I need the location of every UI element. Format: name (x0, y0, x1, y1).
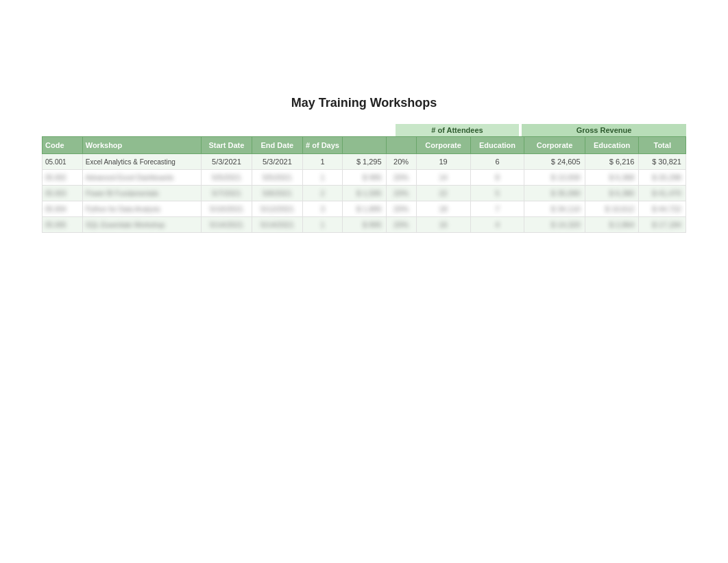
cell-corpRevenue: $ 24,605 (524, 154, 585, 170)
col-header-num-days: # of Days (302, 137, 342, 154)
cell-corporate: 16 (416, 217, 470, 233)
cell-endDate: 5/3/2021 (252, 154, 302, 170)
cell-discount: 20% (386, 201, 416, 217)
cell-startDate: 5/5/2021 (201, 170, 252, 186)
col-header-total: Total (639, 137, 686, 154)
cell-numDays: 1 (302, 217, 342, 233)
cell-endDate: 5/8/2021 (252, 186, 302, 201)
cell-education: 5 (470, 186, 524, 201)
cell-endDate: 5/12/2021 (252, 201, 302, 217)
cell-code: 05.004 (43, 201, 83, 217)
cell-eduRevenue: $ 10,612 (585, 201, 639, 217)
cell-discount: 20% (386, 217, 416, 233)
cell-total: $ 20,298 (639, 170, 686, 186)
cell-price: $ 1,295 (343, 154, 386, 170)
cell-eduRevenue: $ 6,216 (585, 154, 639, 170)
cell-workshop: Excel Analytics & Forecasting (82, 154, 201, 170)
cell-total: $ 44,722 (639, 201, 686, 217)
cell-startDate: 5/7/2021 (201, 186, 252, 201)
cell-eduRevenue: $ 2,864 (585, 217, 639, 233)
col-header-price (343, 137, 386, 154)
cell-numDays: 2 (302, 186, 342, 201)
cell-corpRevenue: $ 34,110 (524, 201, 585, 217)
table-body: 05.001Excel Analytics & Forecasting5/3/2… (43, 154, 686, 233)
col-header-corp-revenue: Corporate (524, 137, 585, 154)
page-container: May Training Workshops # of Attendees Gr… (0, 0, 728, 563)
cell-eduRevenue: $ 6,368 (585, 170, 639, 186)
cell-corpRevenue: $ 35,090 (524, 186, 585, 201)
cell-code: 05.002 (43, 170, 83, 186)
cell-workshop: SQL Essentials Workshop (82, 217, 201, 233)
col-header-code: Code (43, 137, 83, 154)
cell-code: 05.001 (43, 154, 83, 170)
cell-code: 05.003 (43, 186, 83, 201)
cell-numDays: 1 (302, 154, 342, 170)
table-wrapper: # of Attendees Gross Revenue Code Worksh… (42, 124, 686, 233)
report-title: May Training Workshops (14, 96, 714, 110)
table-row: 05.005SQL Essentials Workshop5/14/20215/… (43, 217, 686, 233)
cell-corporate: 14 (416, 170, 470, 186)
col-header-edu-revenue: Education (585, 137, 639, 154)
table-header-row: Code Workshop Start Date End Date # of D… (43, 137, 686, 154)
table-row: 05.004Python for Data Analysis5/10/20215… (43, 201, 686, 217)
table-row: 05.001Excel Analytics & Forecasting5/3/2… (43, 154, 686, 170)
cell-corpRevenue: $ 13,930 (524, 170, 585, 186)
cell-endDate: 5/14/2021 (252, 217, 302, 233)
cell-startDate: 5/14/2021 (201, 217, 252, 233)
cell-price: $ 1,595 (343, 186, 386, 201)
cell-total: $ 30,821 (639, 154, 686, 170)
table-row: 05.002Advanced Excel Dashboards5/5/20215… (43, 170, 686, 186)
col-header-education: Education (470, 137, 524, 154)
cell-price: $ 1,895 (343, 201, 386, 217)
cell-eduRevenue: $ 6,380 (585, 186, 639, 201)
col-header-start-date: Start Date (201, 137, 252, 154)
cell-price: $ 995 (343, 170, 386, 186)
cell-discount: 20% (386, 186, 416, 201)
cell-workshop: Power BI Fundamentals (82, 186, 201, 201)
workshops-table: Code Workshop Start Date End Date # of D… (42, 136, 686, 233)
super-header-revenue: Gross Revenue (522, 124, 686, 136)
cell-price: $ 895 (343, 217, 386, 233)
cell-discount: 20% (386, 154, 416, 170)
cell-workshop: Python for Data Analysis (82, 201, 201, 217)
cell-numDays: 3 (302, 201, 342, 217)
cell-endDate: 5/5/2021 (252, 170, 302, 186)
cell-corporate: 22 (416, 186, 470, 201)
cell-education: 6 (470, 154, 524, 170)
col-header-workshop: Workshop (82, 137, 201, 154)
cell-workshop: Advanced Excel Dashboards (82, 170, 201, 186)
cell-code: 05.005 (43, 217, 83, 233)
cell-total: $ 41,470 (639, 186, 686, 201)
cell-corporate: 18 (416, 201, 470, 217)
cell-numDays: 1 (302, 170, 342, 186)
cell-corpRevenue: $ 14,320 (524, 217, 585, 233)
cell-education: 7 (470, 201, 524, 217)
cell-total: $ 17,184 (639, 217, 686, 233)
table-row: 05.003Power BI Fundamentals5/7/20215/8/2… (43, 186, 686, 201)
col-header-corporate: Corporate (416, 137, 470, 154)
col-header-discount (386, 137, 416, 154)
cell-education: 8 (470, 170, 524, 186)
cell-discount: 20% (386, 170, 416, 186)
cell-startDate: 5/3/2021 (201, 154, 252, 170)
cell-corporate: 19 (416, 154, 470, 170)
cell-startDate: 5/10/2021 (201, 201, 252, 217)
col-header-end-date: End Date (252, 137, 302, 154)
super-header-attendees: # of Attendees (396, 124, 519, 136)
cell-education: 4 (470, 217, 524, 233)
